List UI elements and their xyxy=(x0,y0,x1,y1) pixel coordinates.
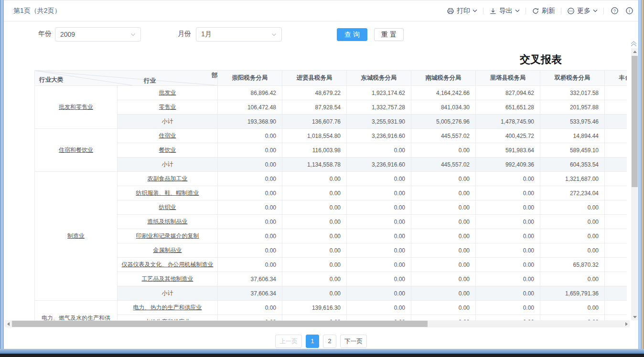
industry-link[interactable]: 仪器仪表及文化、办公用机械制造业 xyxy=(122,261,214,268)
industry-category-link[interactable]: 制造业 xyxy=(67,232,85,239)
industry-category-link[interactable]: 住宿和餐饮业 xyxy=(59,147,93,153)
download-icon xyxy=(489,7,497,15)
page-button-2[interactable]: 2 xyxy=(323,335,336,348)
horizontal-scrollbar[interactable] xyxy=(5,320,630,327)
value-cell: 0.00 xyxy=(282,315,347,321)
value-cell: 0.00 xyxy=(411,200,476,215)
industry-link[interactable]: 农副食品加工业 xyxy=(148,175,188,182)
industry-cell: 造纸及纸制品业 xyxy=(118,215,218,229)
pagination: 上一页 1 2 下一页 xyxy=(4,329,638,349)
value-cell: 0.00 xyxy=(540,200,605,215)
table-corner-cell: 部门行业大类行业 xyxy=(35,71,218,86)
value-cell: 0.00 xyxy=(347,315,411,321)
industry-link[interactable]: 餐饮业 xyxy=(159,147,176,153)
value-cell: 0.00 xyxy=(218,243,282,258)
scroll-right-arrow[interactable] xyxy=(623,320,630,327)
table-row: 金属制品业0.000.000.000.000.000.00 xyxy=(35,243,627,258)
value-cell: 0.00 xyxy=(540,243,605,258)
scroll-down-arrow[interactable] xyxy=(631,314,638,320)
industry-category-link[interactable]: 批发和零售业 xyxy=(59,104,93,110)
value-cell: 0.00 xyxy=(347,200,411,215)
value-cell: 604,353.54 xyxy=(540,158,605,172)
value-cell: 841,034.30 xyxy=(411,100,476,115)
value-cell: 201,957.88 xyxy=(540,100,605,115)
month-select[interactable]: 1月 xyxy=(196,27,282,42)
subtotal-label: 小计 xyxy=(162,118,173,125)
info-button[interactable]: i xyxy=(625,7,633,15)
info-circle-icon: i xyxy=(625,7,633,15)
value-cell xyxy=(605,315,627,321)
year-select[interactable]: 2009 xyxy=(55,27,141,42)
value-cell: 0.00 xyxy=(282,229,347,243)
next-page-button[interactable]: 下一页 xyxy=(340,335,367,348)
value-cell: 106,472.48 xyxy=(218,100,282,115)
export-button[interactable]: 导出 xyxy=(489,7,520,15)
value-cell xyxy=(605,129,627,143)
chevron-down-icon xyxy=(515,9,520,12)
value-cell: 0.00 xyxy=(282,258,347,272)
value-cell: 48,679.22 xyxy=(282,86,347,100)
page-info: 第1页（共2页） xyxy=(13,7,61,15)
more-button[interactable]: 更多 xyxy=(567,7,598,15)
industry-link[interactable]: 住宿业 xyxy=(159,132,176,139)
filter-bar: 年份 2009 月份 1月 查 询 重 置 xyxy=(4,22,638,47)
value-cell: 1,332,757.28 xyxy=(347,100,411,115)
table-viewport: 部门行业大类行业崇阳税务分局进贤县税务局东城税务分局南城税务分局里塔县税务局双桥… xyxy=(34,70,627,320)
value-cell: 445,557.02 xyxy=(411,158,476,172)
value-cell xyxy=(605,172,627,186)
value-cell: 0.00 xyxy=(218,215,282,229)
value-cell: 0.00 xyxy=(411,143,476,158)
reset-button[interactable]: 重 置 xyxy=(374,28,404,41)
query-button[interactable]: 查 询 xyxy=(337,28,367,41)
value-cell: 0.00 xyxy=(347,186,411,200)
value-cell: 0.00 xyxy=(540,315,605,321)
industry-link[interactable]: 纺织服装、鞋、帽制造业 xyxy=(136,189,199,196)
page-button-1[interactable]: 1 xyxy=(306,335,319,348)
industry-category-cell: 住宿和餐饮业 xyxy=(35,129,118,172)
value-cell: 0.00 xyxy=(411,272,476,286)
industry-link[interactable]: 造纸及纸制品业 xyxy=(148,218,188,225)
industry-cell: 金属制品业 xyxy=(118,243,218,258)
month-label: 月份 xyxy=(178,30,191,38)
industry-category-link[interactable]: 电力、燃气及水的生产和供 xyxy=(35,314,117,320)
value-cell: 0.00 xyxy=(476,186,540,200)
value-cell: 5,005,276.96 xyxy=(411,115,476,129)
value-cell: 0.00 xyxy=(476,301,540,315)
collapse-panel-button[interactable] xyxy=(630,40,638,47)
value-cell: 0.00 xyxy=(411,286,476,301)
industry-link[interactable]: 零售业 xyxy=(159,104,176,110)
vertical-scrollbar-thumb[interactable] xyxy=(632,56,638,187)
column-header: 里塔县税务局 xyxy=(476,71,540,86)
industry-link[interactable]: 纺织业 xyxy=(159,204,176,210)
refresh-button[interactable]: 刷新 xyxy=(532,7,555,15)
table-row: 小计0.001,134,558.783,236,916.60445,557.02… xyxy=(35,158,627,172)
value-cell: 0.00 xyxy=(282,272,347,286)
value-cell: 37,606.34 xyxy=(218,272,282,286)
top-bar: 第1页（共2页） 打印 导出 xyxy=(4,0,638,21)
industry-link[interactable]: 工艺品及其他制造业 xyxy=(142,275,193,282)
print-label: 打印 xyxy=(457,7,470,15)
value-cell: 1,923,174.62 xyxy=(347,86,411,100)
help-button[interactable]: ? xyxy=(611,7,619,15)
industry-cell: 水的生产和供应业 xyxy=(118,315,218,321)
industry-link[interactable]: 电力、热力的生产和供应业 xyxy=(133,304,202,311)
scroll-up-arrow[interactable] xyxy=(631,48,638,55)
horizontal-scrollbar-thumb[interactable] xyxy=(12,321,428,327)
prev-page-button[interactable]: 上一页 xyxy=(275,335,302,348)
industry-category-cell: 制造业 xyxy=(35,172,118,301)
vertical-scrollbar[interactable] xyxy=(631,48,638,320)
double-chevron-up-icon xyxy=(630,41,637,47)
value-cell: 0.00 xyxy=(540,272,605,286)
table-row: 小计193,368.90136,607.763,255,931.905,005,… xyxy=(35,115,627,129)
value-cell: 0.00 xyxy=(411,229,476,243)
table-row: 餐饮业0.00116,003.980.000.00591,983.64589,4… xyxy=(35,143,627,158)
column-header: 丰台税务分局 xyxy=(605,71,627,86)
value-cell: 992,409.36 xyxy=(476,158,540,172)
report-title: 交叉报表 xyxy=(520,52,562,67)
scroll-left-arrow[interactable] xyxy=(5,320,11,327)
industry-link[interactable]: 批发业 xyxy=(159,89,176,96)
value-cell: 139,616.30 xyxy=(282,301,347,315)
print-button[interactable]: 打印 xyxy=(447,7,477,15)
industry-link[interactable]: 印刷业和记录媒介的复制 xyxy=(136,232,199,239)
industry-link[interactable]: 金属制品业 xyxy=(153,247,182,253)
